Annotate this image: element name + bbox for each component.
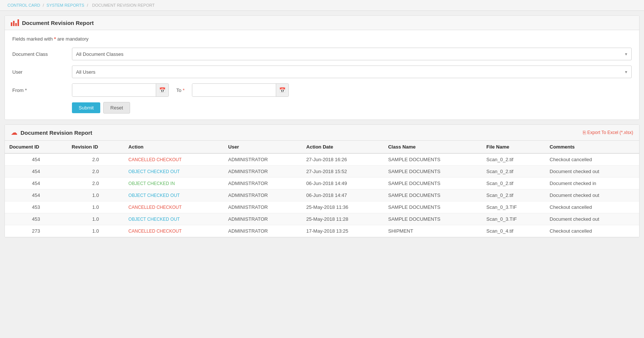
from-label: From *: [12, 87, 72, 93]
col-file-name: File Name: [482, 141, 545, 153]
cell-action-date: 27-Jun-2018 16:26: [302, 153, 384, 166]
user-select[interactable]: All Users: [72, 66, 632, 78]
cell-comments: Document checked out: [545, 213, 639, 225]
cell-rev-id: 2.0: [67, 166, 124, 178]
cell-action: OBJECT CHECKED OUT: [124, 213, 224, 225]
cell-doc-id: 453: [5, 201, 67, 213]
asterisk: *: [54, 36, 56, 42]
cell-user: ADMINISTRATOR: [224, 178, 302, 189]
cell-doc-id: 273: [5, 225, 67, 237]
cell-doc-id: 453: [5, 213, 67, 225]
breadcrumb: CONTROL CARD / SYSTEM REPORTS / DOCUMENT…: [0, 0, 644, 11]
to-label: To *: [176, 87, 184, 93]
cell-rev-id: 1.0: [67, 225, 124, 237]
cell-user: ADMINISTRATOR: [224, 166, 302, 178]
cell-user: ADMINISTRATOR: [224, 225, 302, 237]
cell-action-date: 27-Jun-2018 15:52: [302, 166, 384, 178]
cell-comments: Checkout cancelled: [545, 225, 639, 237]
reset-button[interactable]: Reset: [103, 102, 130, 114]
cell-rev-id: 2.0: [67, 153, 124, 166]
col-action-date: Action Date: [302, 141, 384, 153]
from-calendar-button[interactable]: 📅: [156, 84, 168, 96]
user-select-wrapper: All Users ▼: [72, 66, 632, 78]
cell-file-name: Scan_0_4.tif: [482, 225, 545, 237]
cell-action-date: 06-Jun-2018 14:47: [302, 189, 384, 201]
breadcrumb-sep1: /: [43, 3, 45, 7]
export-label: Export To Excel (*.xlsx): [587, 130, 633, 135]
from-required: *: [25, 87, 27, 93]
cell-class-name: SAMPLE DOCUMENTS: [383, 178, 482, 189]
table-row: 453 1.0 CANCELLED CHECKOUT ADMINISTRATOR…: [5, 201, 639, 213]
to-date-group: 05-Jul-2018 📅: [192, 83, 289, 97]
form-panel-title: Document Revision Report: [22, 20, 94, 26]
cell-comments: Document checked out: [545, 189, 639, 201]
col-rev-id: Revision ID: [67, 141, 124, 153]
cell-rev-id: 2.0: [67, 178, 124, 189]
cell-file-name: Scan_0_2.tif: [482, 189, 545, 201]
document-class-wrapper: All Document Classes ▼: [72, 48, 632, 60]
cell-file-name: Scan_0_2.tif: [482, 166, 545, 178]
results-header: ☁ Document Revision Report ⎘ Export To E…: [5, 125, 639, 141]
cell-action-date: 25-May-2018 11:36: [302, 201, 384, 213]
date-row: From * 01-Jan-2018 📅 To * 05-Jul-2018 📅: [12, 83, 632, 97]
cell-user: ADMINISTRATOR: [224, 189, 302, 201]
cell-comments: Document checked out: [545, 166, 639, 178]
cell-comments: Checkout cancelled: [545, 153, 639, 166]
cell-rev-id: 1.0: [67, 213, 124, 225]
col-doc-id: Document ID: [5, 141, 67, 153]
breadcrumb-control-card[interactable]: CONTROL CARD: [7, 3, 40, 7]
mandatory-note: Fields marked with * are mandatory: [12, 36, 632, 42]
to-required: *: [183, 87, 184, 93]
user-label: User: [12, 69, 72, 75]
cell-user: ADMINISTRATOR: [224, 213, 302, 225]
results-panel-title: Document Revision Report: [20, 130, 92, 136]
chart-icon: [11, 19, 19, 26]
table-header: Document ID Revision ID Action User Acti…: [5, 141, 639, 153]
cell-rev-id: 1.0: [67, 201, 124, 213]
from-date-input[interactable]: 01-Jan-2018: [72, 84, 156, 96]
document-class-row: Document Class All Document Classes ▼: [12, 48, 632, 60]
form-panel: Document Revision Report Fields marked w…: [4, 15, 640, 120]
cell-class-name: SAMPLE DOCUMENTS: [383, 166, 482, 178]
cell-action: OBJECT CHECKED IN: [124, 178, 224, 189]
cell-action: CANCELLED CHECKOUT: [124, 153, 224, 166]
cell-class-name: SHIPMENT: [383, 225, 482, 237]
table-row: 454 2.0 OBJECT CHECKED IN ADMINISTRATOR …: [5, 178, 639, 189]
table-row: 454 1.0 OBJECT CHECKED OUT ADMINISTRATOR…: [5, 189, 639, 201]
col-user: User: [224, 141, 302, 153]
table-body: 454 2.0 CANCELLED CHECKOUT ADMINISTRATOR…: [5, 153, 639, 237]
cell-action: OBJECT CHECKED OUT: [124, 189, 224, 201]
table-row: 454 2.0 OBJECT CHECKED OUT ADMINISTRATOR…: [5, 166, 639, 178]
cell-file-name: Scan_0_2.tif: [482, 178, 545, 189]
cell-comments: Checkout cancelled: [545, 201, 639, 213]
excel-icon: ⎘: [583, 130, 586, 135]
cell-doc-id: 454: [5, 178, 67, 189]
form-panel-body: Fields marked with * are mandatory Docum…: [5, 30, 639, 119]
submit-button[interactable]: Submit: [72, 102, 100, 113]
to-calendar-button[interactable]: 📅: [276, 84, 288, 96]
upload-icon: ☁: [11, 128, 18, 137]
cell-class-name: SAMPLE DOCUMENTS: [383, 213, 482, 225]
cell-comments: Document checked in: [545, 178, 639, 189]
cell-doc-id: 454: [5, 189, 67, 201]
cell-doc-id: 454: [5, 153, 67, 166]
table-row: 453 1.0 OBJECT CHECKED OUT ADMINISTRATOR…: [5, 213, 639, 225]
cell-user: ADMINISTRATOR: [224, 153, 302, 166]
breadcrumb-system-reports[interactable]: SYSTEM REPORTS: [47, 3, 84, 7]
cell-action-date: 06-Jun-2018 14:49: [302, 178, 384, 189]
document-class-select[interactable]: All Document Classes: [72, 48, 632, 60]
cell-class-name: SAMPLE DOCUMENTS: [383, 153, 482, 166]
cell-user: ADMINISTRATOR: [224, 201, 302, 213]
col-action: Action: [124, 141, 224, 153]
user-row: User All Users ▼: [12, 66, 632, 78]
results-header-left: ☁ Document Revision Report: [11, 128, 92, 137]
cell-doc-id: 454: [5, 166, 67, 178]
to-date-input[interactable]: 05-Jul-2018: [192, 84, 276, 96]
cell-file-name: Scan_0_2.tif: [482, 153, 545, 166]
export-excel-link[interactable]: ⎘ Export To Excel (*.xlsx): [583, 130, 633, 135]
results-panel: ☁ Document Revision Report ⎘ Export To E…: [4, 124, 640, 237]
document-class-label: Document Class: [12, 51, 72, 57]
breadcrumb-current: DOCUMENT REVISION REPORT: [92, 3, 155, 7]
col-comments: Comments: [545, 141, 639, 153]
cell-file-name: Scan_0_3.TIF: [482, 201, 545, 213]
